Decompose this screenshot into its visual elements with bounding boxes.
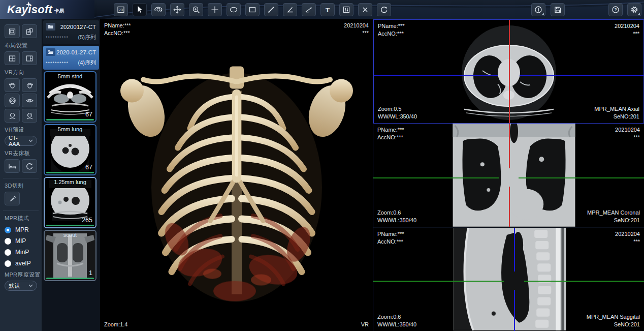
crosshair-tool-button[interactable] xyxy=(208,3,222,16)
folder-closed-icon xyxy=(46,23,55,31)
layout-1-2-button[interactable] xyxy=(22,51,37,65)
sagittal-crosshair-horizontal[interactable] xyxy=(373,281,504,282)
thumbnail-label: 5mm stnd xyxy=(45,73,95,79)
mpr-sagittal-viewport[interactable]: PName:*** AccNO:*** 20210204 *** Zoom:0.… xyxy=(373,228,644,331)
axial-crosshair-vertical[interactable] xyxy=(509,20,510,123)
thumbnail-label: 1.25mm lung xyxy=(45,179,95,185)
study-item[interactable]: 20200127-CT ********** (5)序列 xyxy=(43,20,99,44)
measure-angle-button[interactable] xyxy=(283,3,297,16)
svg-text:?: ? xyxy=(614,7,617,12)
head-rotate-left-button[interactable] xyxy=(5,78,20,92)
thumbnail-progress-bar xyxy=(46,119,94,121)
chevron-down-icon xyxy=(28,139,33,142)
save-image-button[interactable] xyxy=(551,3,565,16)
sagittal-crosshair-horizontal[interactable] xyxy=(524,281,644,282)
thumbnail-5mm-stnd[interactable]: 5mm stnd 67 xyxy=(44,71,96,123)
view-2d-button[interactable]: 2D xyxy=(114,3,128,16)
settings-button[interactable] xyxy=(627,3,641,16)
vr-zoom-readout: Zoom:1.4 xyxy=(104,321,127,328)
sidebar-divider xyxy=(3,178,39,178)
vr-preset-value: CT-AAA xyxy=(9,135,28,147)
rect-roi-icon xyxy=(248,6,256,14)
mpr-axial-viewport[interactable]: PName:*** AccNO:*** 20210204 *** Zoom:0.… xyxy=(373,19,644,124)
main-toolbar: 2D xyxy=(114,3,391,16)
rotate-3d-icon xyxy=(154,6,163,14)
rotate-3d-button[interactable] xyxy=(151,3,166,16)
help-button[interactable]: ? xyxy=(608,3,623,16)
delete-x-icon xyxy=(361,6,369,14)
mpr-mode-option-mip[interactable]: MIP xyxy=(5,237,37,245)
face-glasses-icon xyxy=(8,97,17,105)
sagittal-crosshair-vertical[interactable] xyxy=(514,290,515,331)
chevron-down-icon xyxy=(28,284,33,287)
ellipse-roi-button[interactable] xyxy=(227,3,241,16)
bed-reset-button[interactable] xyxy=(22,159,37,173)
axial-crosshair-horizontal[interactable] xyxy=(374,75,498,76)
sagittal-crosshair-vertical[interactable] xyxy=(514,228,515,272)
axial-study-info: 20210204 *** xyxy=(615,22,639,38)
mpr-mode-option-label: MIP xyxy=(15,237,26,245)
thumbnail-scout[interactable]: scout 1 xyxy=(44,230,96,281)
study-patient-masked: ********** xyxy=(46,35,69,40)
series-panel: 20200127-CT ********** (5)序列 2020-01-27-… xyxy=(42,19,100,331)
layout-single-button[interactable] xyxy=(5,24,20,38)
series-info-button[interactable] xyxy=(531,3,545,16)
scalpel-button[interactable] xyxy=(5,192,20,205)
rect-roi-button[interactable] xyxy=(245,3,260,16)
layout-edit-icon xyxy=(25,27,34,36)
cobb-angle-icon xyxy=(304,6,313,14)
vr-viewport[interactable]: PName:*** AccNO:*** 20210204 *** Zoom:1.… xyxy=(100,19,373,331)
measure-line-icon xyxy=(267,6,275,14)
coronal-crosshair-vertical[interactable] xyxy=(509,187,510,227)
mpr-mode-option-label: MinP xyxy=(15,249,29,256)
bed-remove-button[interactable] xyxy=(5,159,20,173)
layout-grid-2x2-button[interactable] xyxy=(5,51,20,65)
vr-study-info: 20210204 *** xyxy=(344,22,369,37)
study-item-selected[interactable]: 2020-01-27-CT ********** (4)序列 xyxy=(43,46,99,70)
coronal-crosshair-horizontal[interactable] xyxy=(373,177,499,178)
axial-crosshair-horizontal[interactable] xyxy=(520,75,644,76)
coronal-crosshair-vertical[interactable] xyxy=(509,124,510,168)
crosshair-icon xyxy=(211,6,219,14)
cobb-angle-button[interactable] xyxy=(302,3,316,16)
vr-preset-select[interactable]: CT-AAA xyxy=(5,136,37,146)
content-area: 布局设置 VR方向 xyxy=(0,19,644,331)
mpr-mode-option-minp[interactable]: MinP xyxy=(5,249,37,256)
header: Kayisoft 卡易 2D xyxy=(0,0,644,19)
thumbnail-image-count: 67 xyxy=(85,111,92,118)
thumbnail-1-25mm-lung[interactable]: 1.25mm lung 265 xyxy=(44,177,96,228)
study-series-count: (4)序列 xyxy=(78,59,96,67)
mpr-thickness-select[interactable]: 默认 xyxy=(5,281,37,291)
vr-study-masked: *** xyxy=(344,29,369,37)
delete-annotation-button[interactable] xyxy=(358,3,372,16)
thumbnail-image-count: 1 xyxy=(89,269,92,277)
zoom-tool-button[interactable] xyxy=(189,3,203,16)
face-glasses-button[interactable] xyxy=(5,94,20,107)
pan-tool-button[interactable] xyxy=(170,3,184,16)
cursor-tool-button[interactable] xyxy=(133,3,147,16)
vr-rendering xyxy=(101,19,373,331)
mpr-mode-option-aveip[interactable]: aveIP xyxy=(5,260,37,267)
mpr-mode-option-mpr[interactable]: MPR xyxy=(5,226,37,233)
reset-view-button[interactable] xyxy=(377,3,391,16)
ellipse-roi-icon xyxy=(229,6,238,14)
coronal-zoom-readout: Zoom:0.6 WW/WL:350/40 xyxy=(377,209,416,224)
sagittal-study-info: 20210204 *** xyxy=(615,230,640,246)
head-rotate-right-button[interactable] xyxy=(22,78,37,92)
sagittal-zoom-readout: Zoom:0.6 WW/WL:350/40 xyxy=(377,313,416,328)
text-annotation-button[interactable]: T xyxy=(320,3,335,16)
coronal-crosshair-horizontal[interactable] xyxy=(519,177,644,178)
radio-icon xyxy=(5,260,11,267)
head-back-button[interactable] xyxy=(5,109,20,123)
axial-zoom-readout: Zoom:0.5 WW/WL:350/40 xyxy=(378,105,417,121)
thumbnail-5mm-lung[interactable]: 5mm lung 67 xyxy=(44,124,96,175)
eye-front-button[interactable] xyxy=(22,94,37,107)
measure-line-button[interactable] xyxy=(264,3,278,16)
mpr-coronal-viewport[interactable]: PName:*** AccNO:*** 20210204 *** Zoom:0.… xyxy=(373,124,644,228)
vr-mode-readout: VR xyxy=(361,321,369,328)
radio-icon xyxy=(5,238,11,245)
window-level-button[interactable] xyxy=(339,3,353,16)
layout-edit-button[interactable] xyxy=(22,24,37,38)
app-logo-cn: 卡易 xyxy=(54,8,64,15)
head-front-button[interactable] xyxy=(22,109,37,123)
